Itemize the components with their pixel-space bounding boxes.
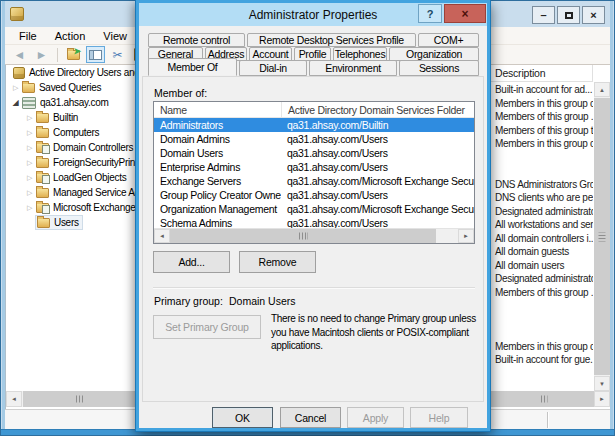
column-header-name[interactable]: Name [154, 102, 281, 117]
expander-collapsed-icon[interactable]: ▷ [24, 185, 35, 200]
member-row-enterprise-admins[interactable]: Enterprise Admins qa31.ahsay.com/Users [154, 160, 474, 174]
tree-item-computers[interactable]: ▷ Computers [6, 125, 136, 140]
tab-environment[interactable]: Environment [309, 60, 397, 76]
list-item[interactable]: Members of this group ... [491, 286, 593, 300]
scroll-left-icon[interactable]: ◄ [6, 391, 22, 407]
scroll-right-icon[interactable]: ► [594, 391, 610, 407]
set-primary-group-button[interactable]: Set Primary Group [153, 315, 261, 339]
list-item[interactable] [491, 326, 593, 340]
expander-collapsed-icon[interactable]: ▷ [24, 110, 35, 125]
cut-button[interactable]: ✂ [108, 46, 127, 63]
menu-action[interactable]: Action [46, 30, 95, 42]
expander-collapsed-icon[interactable]: ▷ [24, 200, 35, 215]
dialog-close-button[interactable]: × [444, 4, 486, 23]
apply-button[interactable]: Apply [347, 407, 404, 428]
expander-collapsed-icon[interactable]: ▷ [24, 140, 35, 155]
column-header-description[interactable]: Description [491, 65, 593, 82]
details-scrollbar-thumb[interactable] [594, 98, 610, 375]
member-row-domain-users[interactable]: Domain Users qa31.ahsay.com/Users [154, 146, 474, 160]
tree-item-domain[interactable]: ◢ qa31.ahsay.com [6, 95, 136, 110]
member-list-scrollbar-thumb[interactable] [170, 229, 436, 243]
list-item[interactable]: Designated administrato... [491, 205, 593, 219]
expander-expanded-icon[interactable]: ◢ [10, 95, 21, 110]
cancel-button[interactable]: Cancel [280, 407, 341, 428]
list-item[interactable]: DNS clients who are per... [491, 191, 593, 205]
scroll-left-icon[interactable]: ◄ [154, 229, 170, 243]
close-button[interactable]: × [582, 6, 605, 24]
list-item[interactable]: Built-in account for ad... [491, 83, 593, 97]
list-item[interactable] [491, 299, 593, 313]
tab-telephones[interactable]: Telephones [333, 47, 387, 61]
tree-item-users[interactable]: Users [6, 215, 136, 230]
list-item[interactable]: Members in this group c... [491, 340, 593, 354]
primary-group-note: There is no need to change Primary group… [271, 312, 477, 353]
tree-item-root[interactable]: Active Directory Users and [6, 65, 136, 80]
details-vertical-scrollbar[interactable]: ▲ ▼ [594, 82, 610, 391]
details-hscrollbar-thumb[interactable] [491, 391, 594, 407]
console-tree-toggle-button[interactable] [86, 46, 105, 63]
scroll-right-icon[interactable]: ► [458, 229, 474, 243]
tab-member-of[interactable]: Member Of [148, 58, 237, 76]
expander-collapsed-icon[interactable]: ▷ [10, 80, 21, 95]
tree-item-saved-queries[interactable]: ▷ Saved Queries [6, 80, 136, 95]
menu-view[interactable]: View [94, 30, 136, 42]
tab-account[interactable]: Account [249, 47, 292, 61]
tree-item-label: Domain Controllers [53, 142, 133, 153]
list-item[interactable]: Built-in account for gue... [491, 353, 593, 367]
list-item[interactable]: Designated administrato... [491, 272, 593, 286]
list-item[interactable]: All domain guests [491, 245, 593, 259]
list-item[interactable]: DNS Administrators Gro... [491, 178, 593, 192]
minimize-button[interactable]: – [532, 6, 555, 24]
list-item[interactable]: All workstations and ser... [491, 218, 593, 232]
list-item[interactable]: All domain users [491, 259, 593, 273]
tab-profile[interactable]: Profile [294, 47, 331, 61]
ok-button[interactable]: OK [212, 407, 273, 428]
tree-scrollbar-thumb[interactable] [23, 391, 136, 407]
list-item[interactable] [491, 313, 593, 327]
back-button[interactable]: ◄ [10, 46, 29, 63]
list-item[interactable]: Members in this group c... [491, 97, 593, 111]
member-row-organization-management[interactable]: Organization Management qa31.ahsay.com/M… [154, 202, 474, 216]
forward-button[interactable]: ► [32, 46, 51, 63]
tree-horizontal-scrollbar[interactable]: ◄ [6, 391, 136, 407]
tree-item-builtin[interactable]: ▷ Builtin [6, 110, 136, 125]
list-item[interactable]: Members in this group c... [491, 137, 593, 151]
column-header-folder[interactable]: Active Directory Domain Services Folder [281, 102, 474, 117]
member-row-group-policy-creator-owners[interactable]: Group Policy Creator Owners qa31.ahsay.c… [154, 188, 474, 202]
details-horizontal-scrollbar[interactable]: ► [491, 391, 610, 407]
expander-collapsed-icon[interactable]: ▷ [24, 125, 35, 140]
menu-file[interactable]: File [10, 30, 46, 42]
tree-item-microsoft-exchange[interactable]: ▷ Microsoft Exchange Security Groups [6, 200, 136, 215]
member-row-exchange-servers[interactable]: Exchange Servers qa31.ahsay.com/Microsof… [154, 174, 474, 188]
tree-item-managed-service-accounts[interactable]: ▷ Managed Service Accounts [6, 185, 136, 200]
tab-organization[interactable]: Organization [389, 47, 479, 61]
tab-remote-control[interactable]: Remote control [148, 33, 245, 47]
list-item[interactable] [491, 151, 593, 165]
scroll-down-icon[interactable]: ▼ [594, 376, 610, 391]
list-item[interactable]: Members of this group ... [491, 110, 593, 124]
export-list-button[interactable]: ➤ [64, 46, 83, 63]
tree-item-domain-controllers[interactable]: ▷ Domain Controllers [6, 140, 136, 155]
member-row-administrators[interactable]: Administrators qa31.ahsay.com/Builtin [154, 118, 474, 132]
tree-item-foreignsecurityprincipals[interactable]: ▷ ForeignSecurityPrincipals [6, 155, 136, 170]
expander-collapsed-icon[interactable]: ▷ [24, 155, 35, 170]
member-row-domain-admins[interactable]: Domain Admins qa31.ahsay.com/Users [154, 132, 474, 146]
tree-item-label: Microsoft Exchange Security Groups [53, 202, 136, 213]
list-item[interactable] [491, 164, 593, 178]
tree-item-loadgen-objects[interactable]: ▷ LoadGen Objects [6, 170, 136, 185]
tab-com-plus[interactable]: COM+ [418, 33, 479, 47]
list-item[interactable]: All domain controllers i... [491, 232, 593, 246]
maximize-button[interactable] [557, 6, 580, 24]
tab-dial-in[interactable]: Dial-in [239, 60, 307, 76]
expander-collapsed-icon[interactable]: ▷ [24, 170, 35, 185]
folder-icon [22, 83, 35, 93]
dialog-help-button[interactable]: ? [418, 4, 442, 23]
member-list-horizontal-scrollbar[interactable]: ◄ ► [154, 228, 474, 243]
list-item[interactable]: Members of this group t... [491, 124, 593, 138]
tab-sessions[interactable]: Sessions [399, 60, 479, 76]
tab-remote-desktop-services-profile[interactable]: Remote Desktop Services Profile [247, 33, 416, 47]
help-button[interactable]: Help [410, 407, 468, 428]
add-button[interactable]: Add... [153, 251, 230, 273]
remove-button[interactable]: Remove [239, 251, 316, 273]
scroll-up-icon[interactable]: ▲ [594, 82, 610, 97]
